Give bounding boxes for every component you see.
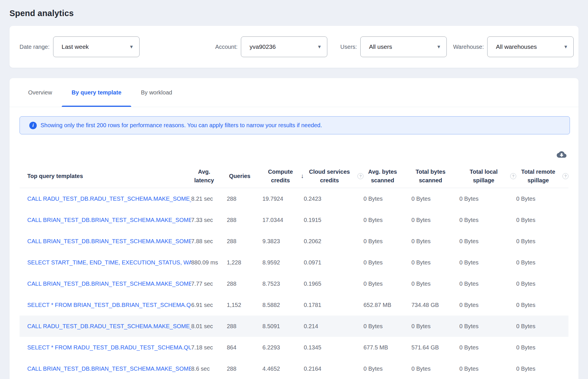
cell-total_local_spillage: 0 Bytes [459, 217, 516, 223]
cell-cloud_services_credits: 0.1915 [304, 217, 363, 223]
cell-total_remote_spillage: 0 Bytes [516, 217, 568, 223]
column-header-cloud_services_credits[interactable]: Cloud services credits? [304, 167, 363, 185]
column-label: Total bytes scanned [411, 167, 450, 185]
table-row: CALL BRIAN_TEST_DB.BRIAN_TEST_SCHEMA.MAK… [20, 209, 568, 231]
cell-total_bytes_scanned: 0 Bytes [411, 259, 459, 266]
column-header-total_remote_spillage[interactable]: Total remote spillage? [516, 167, 568, 185]
cell-avg_latency: 7.88 sec [191, 238, 227, 245]
query-template-link[interactable]: CALL BRIAN_TEST_DB.BRIAN_TEST_SCHEMA.MAK… [27, 281, 191, 287]
date-range-filter: Date range: Last week ▾ [20, 36, 140, 57]
warehouse-filter: Warehouse: All warehouses ▾ [453, 36, 574, 57]
column-header-total_bytes_scanned[interactable]: Total bytes scanned [411, 167, 459, 185]
chevron-down-icon: ▾ [130, 44, 133, 49]
table-row: SELECT START_TIME, END_TIME, EXECUTION_S… [20, 252, 568, 273]
cell-total_bytes_scanned: 734.48 GB [411, 302, 459, 308]
cell-cloud_services_credits: 0.2164 [304, 366, 363, 372]
cell-compute_credits: 8.7523 [262, 281, 304, 287]
users-select[interactable]: All users ▾ [360, 36, 447, 57]
column-header-compute_credits[interactable]: Compute credits↓ [262, 167, 304, 185]
cell-cloud_services_credits: 0.2423 [304, 196, 363, 202]
query-template-link[interactable]: SELECT * FROM BRIAN_TEST_DB.BRIAN_TEST_S… [27, 302, 191, 308]
download-button[interactable] [557, 149, 567, 160]
tab-by-query-template[interactable]: By query template [62, 78, 131, 107]
column-label: Queries [229, 172, 250, 180]
table-row: CALL RADU_TEST_DB.RADU_TEST_SCHEMA.MAKE_… [20, 316, 568, 337]
query-template-link[interactable]: CALL RADU_TEST_DB.RADU_TEST_SCHEMA.MAKE_… [27, 196, 191, 202]
cell-template: SELECT START_TIME, END_TIME, EXECUTION_S… [20, 259, 191, 266]
cell-compute_credits: 19.7924 [262, 196, 304, 202]
column-label: Total remote spillage [516, 167, 560, 185]
cell-cloud_services_credits: 0.2062 [304, 238, 363, 245]
column-header-avg_bytes_scanned[interactable]: Avg. bytes scanned [363, 167, 411, 185]
cell-compute_credits: 8.9592 [262, 259, 304, 266]
cell-total_local_spillage: 0 Bytes [459, 323, 516, 330]
cell-compute_credits: 8.5091 [262, 323, 304, 330]
column-label: Total local spillage [459, 167, 508, 185]
chevron-down-icon: ▾ [564, 44, 567, 49]
cell-queries: 1,152 [227, 302, 262, 308]
query-template-link[interactable]: CALL BRIAN_TEST_DB.BRIAN_TEST_SCHEMA.MAK… [27, 217, 191, 223]
cell-total_bytes_scanned: 0 Bytes [411, 323, 459, 330]
cell-total_bytes_scanned: 0 Bytes [411, 281, 459, 287]
query-template-link[interactable]: CALL BRIAN_TEST_DB.BRIAN_TEST_SCHEMA.MAK… [27, 238, 191, 244]
column-label: Avg. latency [191, 167, 217, 185]
query-template-link[interactable]: CALL RADU_TEST_DB.RADU_TEST_SCHEMA.MAKE_… [27, 323, 191, 329]
cell-avg_bytes_scanned: 0 Bytes [363, 238, 411, 245]
cell-compute_credits: 6.2293 [262, 344, 304, 351]
column-label: Avg. bytes scanned [363, 167, 402, 185]
cell-template: CALL BRIAN_TEST_DB.BRIAN_TEST_SCHEMA.MAK… [20, 281, 191, 287]
cell-avg_bytes_scanned: 677.5 MB [363, 344, 411, 351]
warehouse-value: All warehouses [496, 43, 537, 50]
cell-total_local_spillage: 0 Bytes [459, 302, 516, 308]
help-icon[interactable]: ? [510, 173, 516, 179]
cell-queries: 288 [227, 281, 262, 287]
account-filter: Account: yva90236 ▾ [215, 36, 328, 57]
tab-bar: Overview By query template By workload [9, 78, 579, 107]
help-icon[interactable]: ? [357, 173, 363, 179]
date-range-select[interactable]: Last week ▾ [53, 36, 140, 57]
column-label: Cloud services credits [304, 167, 355, 185]
cell-avg_latency: 7.18 sec [191, 344, 227, 351]
warehouse-select[interactable]: All warehouses ▾ [487, 36, 574, 57]
column-header-queries[interactable]: Queries [227, 172, 262, 180]
query-template-link[interactable]: CALL BRIAN_TEST_DB.BRIAN_TEST_SCHEMA.MAK… [27, 366, 191, 372]
account-label: Account: [215, 44, 238, 50]
analytics-panel: Overview By query template By workload i… [9, 78, 579, 379]
chevron-down-icon: ▾ [438, 44, 440, 49]
cell-total_local_spillage: 0 Bytes [459, 259, 516, 266]
users-value: All users [369, 43, 392, 50]
query-templates-table: Top query templatesAvg. latencyQueriesCo… [9, 164, 579, 379]
cell-template: CALL BRIAN_TEST_DB.BRIAN_TEST_SCHEMA.MAK… [20, 366, 191, 372]
cell-total_remote_spillage: 0 Bytes [516, 196, 568, 202]
cell-total_local_spillage: 0 Bytes [459, 238, 516, 245]
cell-cloud_services_credits: 0.0971 [304, 259, 363, 266]
warehouse-label: Warehouse: [453, 44, 484, 50]
cell-total_local_spillage: 0 Bytes [459, 366, 516, 372]
cell-total_local_spillage: 0 Bytes [459, 281, 516, 287]
column-header-total_local_spillage[interactable]: Total local spillage? [459, 167, 516, 185]
cell-total_bytes_scanned: 0 Bytes [411, 196, 459, 202]
table-row: CALL BRIAN_TEST_DB.BRIAN_TEST_SCHEMA.MAK… [20, 358, 568, 379]
cell-avg_bytes_scanned: 0 Bytes [363, 217, 411, 223]
tab-by-workload[interactable]: By workload [131, 78, 182, 107]
table-body: CALL RADU_TEST_DB.RADU_TEST_SCHEMA.MAKE_… [20, 188, 568, 379]
account-value: yva90236 [249, 43, 276, 50]
cell-cloud_services_credits: 0.214 [304, 323, 363, 330]
cell-avg_latency: 880.09 ms [191, 259, 227, 266]
sort-desc-arrow-icon[interactable]: ↓ [301, 172, 304, 180]
cell-total_remote_spillage: 0 Bytes [516, 238, 568, 245]
page-title: Spend analytics [0, 0, 588, 18]
cell-template: CALL RADU_TEST_DB.RADU_TEST_SCHEMA.MAKE_… [20, 323, 191, 330]
account-select[interactable]: yva90236 ▾ [241, 36, 327, 57]
cell-queries: 864 [227, 344, 262, 351]
cell-queries: 288 [227, 196, 262, 202]
query-template-link[interactable]: SELECT START_TIME, END_TIME, EXECUTION_S… [27, 259, 191, 266]
column-header-avg_latency[interactable]: Avg. latency [191, 167, 227, 185]
help-icon[interactable]: ? [562, 173, 568, 179]
tab-overview[interactable]: Overview [18, 78, 62, 107]
info-icon: i [29, 122, 37, 129]
cell-compute_credits: 4.4652 [262, 366, 304, 372]
query-template-link[interactable]: SELECT * FROM RADU_TEST_DB.RADU_TEST_SCH… [27, 344, 191, 351]
cell-queries: 288 [227, 238, 262, 245]
cell-total_remote_spillage: 0 Bytes [516, 366, 568, 372]
